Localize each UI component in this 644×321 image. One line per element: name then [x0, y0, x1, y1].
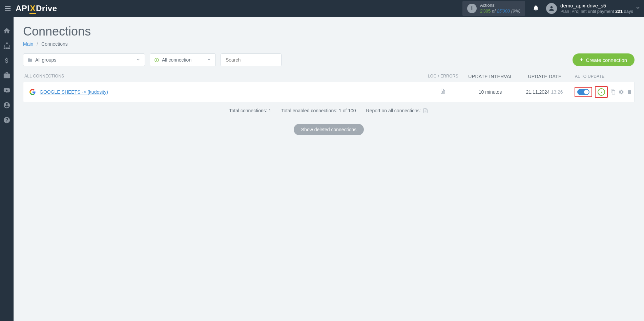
connection-filter-label: All connection: [162, 57, 191, 63]
log-document-icon[interactable]: [440, 88, 445, 94]
total-connections: Total connections: 1: [229, 108, 271, 113]
connection-filter-dropdown[interactable]: All connection: [150, 53, 216, 66]
avatar-icon: [546, 3, 557, 14]
logo-text-x: X: [30, 4, 36, 13]
toolbar: All groups All connection + Create conne…: [23, 53, 635, 66]
user-plan: Plan |Pro| left until payment 221 days: [560, 9, 633, 15]
breadcrumb-current: Connections: [41, 41, 68, 47]
th-name: ALL CONNECTIONS: [23, 74, 421, 79]
chevron-down-icon: [207, 57, 211, 63]
table-row: GOOGLE SHEETS -> (kudosity) 10 minutes 2…: [23, 82, 635, 102]
play-circle-icon: [154, 58, 159, 63]
update-interval-value: 10 minutes: [465, 89, 516, 95]
th-date: UPDATE DATE: [516, 74, 574, 79]
report-document-icon: [423, 108, 428, 114]
chevron-down-icon[interactable]: [635, 5, 641, 12]
sidebar-item-billing[interactable]: [3, 57, 11, 64]
sidebar-item-youtube[interactable]: [3, 87, 11, 94]
main-content: Connections Main / Connections All group…: [14, 17, 644, 321]
search-input[interactable]: [221, 53, 282, 66]
table-header-row: ALL CONNECTIONS LOG / ERRORS UPDATE INTE…: [23, 71, 635, 82]
user-name: demo_apix-drive_s5: [560, 2, 633, 9]
sidebar-item-home[interactable]: [3, 27, 11, 35]
groups-dropdown[interactable]: All groups: [23, 53, 145, 66]
logo-text-drive: Drive: [36, 4, 57, 13]
run-now-highlight: [595, 86, 608, 98]
report-all-connections[interactable]: Report on all connections:: [366, 108, 429, 114]
total-enabled-connections: Total enabled connections: 1 of 100: [281, 108, 356, 113]
trash-icon[interactable]: [627, 89, 632, 95]
show-deleted-button[interactable]: Show deleted connections: [294, 124, 364, 135]
sidebar: [0, 17, 14, 321]
breadcrumb-main[interactable]: Main: [23, 41, 33, 47]
hamburger-icon[interactable]: [4, 5, 12, 12]
google-icon: [29, 89, 36, 95]
create-connection-label: Create connection: [586, 57, 627, 63]
page-title: Connections: [23, 24, 635, 39]
plus-icon: +: [580, 57, 583, 63]
sidebar-item-help[interactable]: [3, 116, 11, 124]
folder-icon: [27, 58, 33, 63]
app-logo[interactable]: API X Drive: [16, 4, 57, 13]
app-header: API X Drive i Actions: 2'305 of 25'000 (…: [0, 0, 644, 17]
actions-counter[interactable]: i Actions: 2'305 of 25'000 (9%): [462, 1, 525, 16]
copy-icon[interactable]: [610, 89, 616, 95]
auto-update-highlight: [575, 87, 592, 97]
info-icon: i: [467, 4, 477, 13]
gear-icon[interactable]: [619, 89, 624, 95]
run-now-button[interactable]: [598, 88, 605, 96]
logo-text-api: API: [16, 4, 30, 13]
actions-label: Actions:: [480, 3, 520, 8]
actions-percent: (9%): [511, 8, 520, 14]
auto-update-toggle[interactable]: [577, 89, 589, 95]
actions-total: 25'000: [497, 8, 510, 14]
th-auto: AUTO UPDATE: [574, 74, 635, 79]
connection-name-link[interactable]: GOOGLE SHEETS -> (kudosity): [40, 89, 108, 95]
groups-dropdown-label: All groups: [35, 57, 56, 63]
sidebar-item-user[interactable]: [3, 101, 11, 109]
totals-row: Total connections: 1 Total enabled conne…: [23, 102, 635, 119]
th-log: LOG / ERRORS: [421, 74, 465, 79]
create-connection-button[interactable]: + Create connection: [573, 53, 635, 66]
actions-used: 2'305: [480, 8, 491, 14]
bell-icon[interactable]: [533, 4, 539, 13]
sidebar-item-sitemap[interactable]: [3, 42, 11, 49]
actions-of: of: [492, 8, 496, 14]
th-interval: UPDATE INTERVAL: [465, 74, 516, 79]
sidebar-item-briefcase[interactable]: [3, 72, 11, 79]
user-menu[interactable]: demo_apix-drive_s5 Plan |Pro| left until…: [546, 2, 633, 15]
chevron-down-icon: [136, 57, 141, 63]
breadcrumb: Main / Connections: [23, 41, 635, 47]
update-date-value: 21.11.2024 13:26: [516, 89, 573, 95]
